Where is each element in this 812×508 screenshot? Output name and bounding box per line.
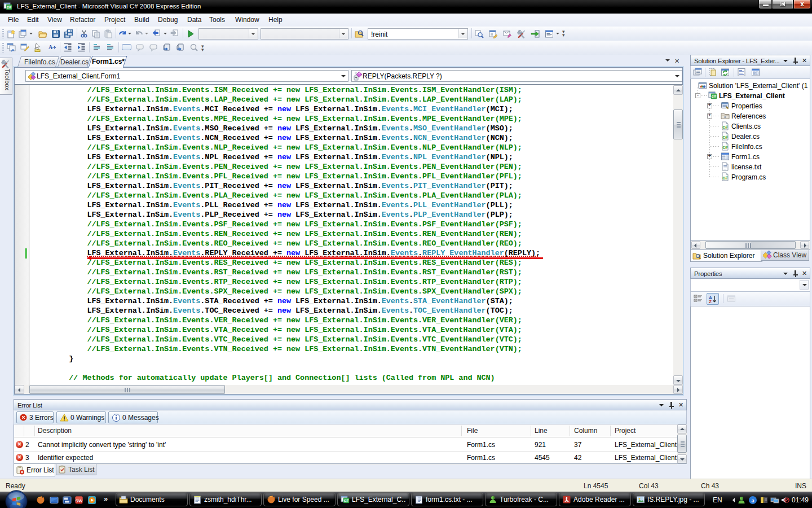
svg-text:A: A (48, 44, 53, 50)
svg-text:c#: c# (712, 94, 717, 99)
svg-text:c#: c# (722, 144, 728, 150)
svg-text:c#: c# (722, 175, 728, 181)
svg-text:c#: c# (722, 134, 728, 140)
svg-text:a: a (752, 497, 754, 503)
svg-text:Z: Z (709, 299, 712, 304)
svg-text:c#: c# (7, 5, 12, 10)
svg-text:c#: c# (344, 498, 349, 503)
svg-text:c#: c# (722, 124, 728, 130)
svg-text:SW: SW (76, 498, 83, 503)
